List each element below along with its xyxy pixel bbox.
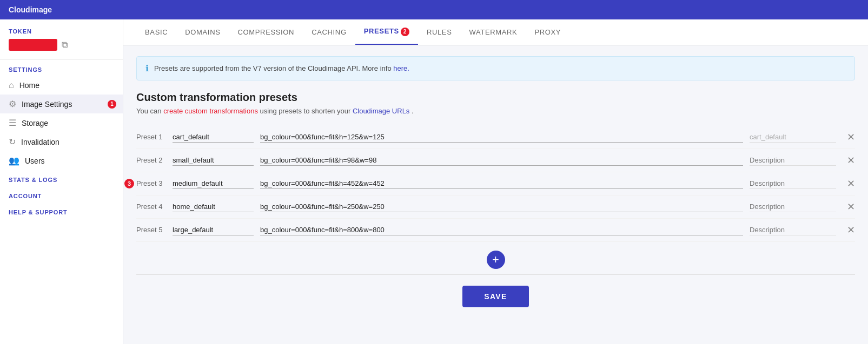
users-icon: 👥 [9,156,19,166]
tab-rules[interactable]: RULES [418,21,461,45]
home-icon: ⌂ [9,80,14,90]
preset-params-5[interactable] [260,225,743,235]
account-section-title: ACCOUNT [0,186,123,203]
tab-basic[interactable]: BASIC [136,21,176,45]
preset-delete-1[interactable]: ✕ [847,131,855,143]
sidebar-item-invalidation[interactable]: ↻ Invalidation [0,132,123,151]
preset-label-2: Preset 2 [136,156,166,164]
token-label: TOKEN [9,28,114,35]
preset-desc-5[interactable] [750,225,836,235]
invalidation-icon: ↻ [9,137,16,147]
sidebar-item-label-invalidation: Invalidation [21,138,59,146]
tab-caching[interactable]: CACHING [303,21,355,45]
preset-delete-2[interactable]: ✕ [847,154,855,166]
sidebar-item-label-storage: Storage [22,119,48,127]
info-icon: ℹ [145,63,149,73]
token-section: TOKEN ⧉ [0,28,123,60]
content-area: BASIC DOMAINS COMPRESSION CACHING PRESET… [123,19,868,344]
tab-domains[interactable]: DOMAINS [176,21,229,45]
preset-row-4: Preset 4 ✕ [136,195,855,219]
tab-presets-label: PRESETS [364,27,399,35]
preset-name-2[interactable] [173,155,254,166]
preset-params-1[interactable] [260,132,743,143]
sidebar-item-image-settings[interactable]: ⚙ Image Settings 1 [0,95,123,113]
tabs-bar: BASIC DOMAINS COMPRESSION CACHING PRESET… [123,19,868,45]
info-text: Presets are supported from the V7 versio… [154,64,409,72]
preset-row-5: Preset 5 ✕ [136,219,855,242]
preset-name-3[interactable] [173,178,254,189]
token-row: ⧉ [9,39,114,51]
add-preset-row: + [136,242,855,275]
help-support-section-title: HELP & SUPPORT [0,203,123,219]
settings-section-title: SETTINGS [0,60,123,76]
token-value [9,39,57,51]
add-preset-button[interactable]: + [487,251,505,269]
preset-delete-5[interactable]: ✕ [847,224,855,236]
info-banner: ℹ Presets are supported from the V7 vers… [136,56,855,80]
preset-label-5: Preset 5 [136,226,166,234]
preset-name-5[interactable] [173,225,254,235]
tab-compression[interactable]: COMPRESSION [229,21,303,45]
sidebar-item-storage[interactable]: ☰ Storage [0,113,123,132]
info-banner-link[interactable]: here. [393,64,409,72]
preset-params-2[interactable] [260,155,743,166]
preset-delete-3[interactable]: ✕ [847,178,855,190]
top-bar: Cloudimage [0,0,868,19]
preset-desc-4[interactable] [750,201,836,212]
info-banner-text: Presets are supported from the V7 versio… [154,64,393,72]
preset-row-2: Preset 2 ✕ [136,149,855,172]
preset-name-1[interactable] [173,132,254,143]
save-button[interactable]: SAVE [462,286,529,307]
sidebar-item-label-image-settings: Image Settings [22,100,72,109]
tab-watermark[interactable]: WATERMARK [461,21,526,45]
error-badge-3: 3 [124,179,134,188]
save-row: SAVE [136,275,855,318]
copy-icon[interactable]: ⧉ [62,40,68,50]
preset-desc-3[interactable] [750,178,836,189]
storage-icon: ☰ [9,118,16,128]
presets-badge: 2 [401,28,409,36]
preset-desc-1[interactable] [750,132,836,143]
preset-label-3: Preset 3 [136,179,166,187]
stats-logs-section-title: STATS & LOGS [0,170,123,186]
section-desc: You can create custom transformations us… [136,107,855,115]
presets-list: Preset 1 ✕ Preset 2 ✕ 3 Pr [136,126,855,242]
sidebar: TOKEN ⧉ SETTINGS ⌂ Home ⚙ Image Settings… [0,19,123,344]
section-title: Custom transformation presets [136,91,855,104]
logo: Cloudimage [9,5,52,14]
preset-row-3: 3 Preset 3 ✕ [136,172,855,195]
sidebar-item-home[interactable]: ⌂ Home [0,76,123,95]
preset-label-1: Preset 1 [136,133,166,141]
page-content: ℹ Presets are supported from the V7 vers… [123,45,868,329]
sidebar-item-label-home: Home [19,81,39,90]
tab-presets[interactable]: PRESETS2 [355,19,418,45]
preset-desc-2[interactable] [750,155,836,166]
preset-delete-4[interactable]: ✕ [847,201,855,213]
sidebar-item-label-users: Users [25,157,45,165]
tab-proxy[interactable]: PROXY [526,21,569,45]
gear-icon: ⚙ [9,99,16,109]
sidebar-item-users[interactable]: 👥 Users [0,151,123,170]
image-settings-badge: 1 [108,100,116,109]
preset-row-1: Preset 1 ✕ [136,126,855,149]
preset-label-4: Preset 4 [136,203,166,211]
main-layout: TOKEN ⧉ SETTINGS ⌂ Home ⚙ Image Settings… [0,19,868,344]
preset-params-3[interactable] [260,178,743,189]
preset-name-4[interactable] [173,201,254,212]
preset-params-4[interactable] [260,201,743,212]
